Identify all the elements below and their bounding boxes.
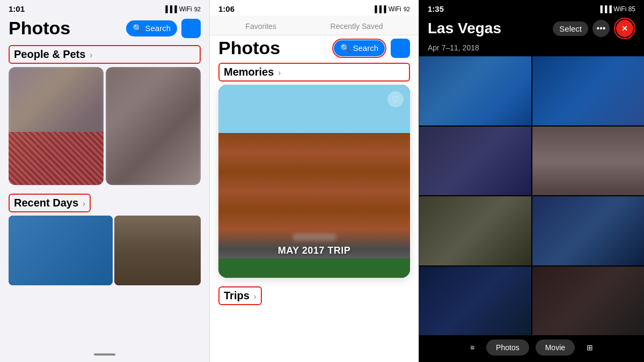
photo-8 — [532, 267, 645, 336]
close-button-box: ✕ — [614, 18, 635, 39]
trips-chevron: › — [253, 292, 256, 301]
grid-cell-6[interactable] — [532, 196, 645, 265]
grid-icon: ⊞ — [587, 343, 593, 352]
album-title: Las Vegas — [428, 20, 501, 37]
signal-icon-2: ▐▐▐ — [372, 5, 386, 13]
phone-panel-2: 1:06 ▐▐▐ WiFi 92 Favorites Recently Save… — [209, 0, 419, 362]
memory-title: MAY 2017 TRIP — [218, 245, 410, 256]
status-icons-1: ▐▐▐ WiFi 92 — [163, 5, 201, 13]
photo-4 — [532, 127, 645, 196]
photo-7 — [419, 267, 531, 336]
date-range: Apr 7–11, 2018 — [419, 43, 644, 56]
heart-button[interactable]: ♡ — [387, 91, 404, 107]
phone-panel-1: 1:01 ▐▐▐ WiFi 92 Photos 🔍 Search People … — [0, 0, 209, 362]
status-time-1: 1:01 — [9, 4, 25, 13]
photo-2 — [532, 56, 645, 125]
person-thumb-1[interactable] — [9, 67, 104, 185]
photos-title-1: Photos — [9, 18, 70, 39]
recent-thumb-blur-1 — [9, 216, 113, 285]
wifi-icon: WiFi — [179, 5, 192, 13]
wifi-icon-2: WiFi — [389, 5, 401, 13]
recent-thumb-blue[interactable] — [9, 216, 113, 285]
avatar-square-2[interactable] — [391, 39, 410, 58]
status-time-3: 1:35 — [428, 4, 444, 13]
photos-title-2: Photos — [218, 38, 280, 58]
tab-favorites[interactable]: Favorites — [241, 20, 281, 33]
grid-view-button[interactable]: ⊞ — [581, 339, 598, 356]
photos-header-2: Photos 🔍 Search — [210, 35, 419, 63]
status-icons-2: ▐▐▐ WiFi 92 — [372, 5, 410, 13]
close-icon: ✕ — [621, 24, 628, 33]
photos-header-1: Photos 🔍 Search — [0, 16, 209, 43]
grid-cell-7[interactable] — [419, 267, 531, 336]
face-blur-2 — [106, 67, 201, 185]
recent-days-box: Recent Days › — [9, 194, 91, 212]
search-button-2[interactable]: 🔍 Search — [334, 40, 385, 56]
status-icons-3: ▐▐▐ WiFi 85 — [598, 5, 635, 13]
search-icon-2: 🔍 — [340, 43, 350, 53]
photo-1 — [419, 56, 531, 125]
top-tabs: Favorites Recently Saved — [210, 16, 419, 35]
bottom-bar: ≡ Photos Movie ⊞ — [419, 335, 644, 362]
close-button[interactable]: ✕ — [616, 20, 633, 37]
more-button[interactable]: ••• — [592, 20, 610, 37]
battery-icon-2: 92 — [404, 6, 410, 12]
status-time-2: 1:06 — [218, 4, 235, 13]
memories-label[interactable]: Memories › — [219, 64, 409, 80]
signal-icon: ▐▐▐ — [163, 5, 177, 13]
recent-day-thumbnails — [9, 216, 201, 285]
status-bar-1: 1:01 ▐▐▐ WiFi 92 — [0, 0, 209, 16]
recent-thumb-blur-2 — [114, 216, 201, 285]
trips-section: Trips › — [210, 282, 419, 308]
status-bar-3: 1:35 ▐▐▐ WiFi 85 — [419, 0, 644, 16]
shirt-pattern — [9, 132, 104, 185]
search-button-1[interactable]: 🔍 Search — [126, 20, 177, 36]
memory-label-box: MAY 2017 TRIP — [218, 233, 410, 256]
select-button[interactable]: Select — [553, 21, 588, 36]
grid-cell-3[interactable] — [419, 127, 531, 196]
more-dots-icon: ••• — [597, 24, 606, 33]
photo-grid — [419, 56, 644, 335]
phone-panel-3: 1:35 ▐▐▐ WiFi 85 Las Vegas Select ••• ✕ … — [419, 0, 644, 362]
photo-5 — [419, 196, 531, 265]
photo-6 — [532, 196, 645, 265]
grid-cell-2[interactable] — [532, 56, 645, 125]
people-pets-box: People & Pets › — [9, 45, 201, 64]
photo-3 — [419, 127, 531, 196]
movie-tab-label: Movie — [545, 343, 565, 352]
photos-tab-button[interactable]: Photos — [486, 339, 529, 356]
people-pets-label[interactable]: People & Pets › — [10, 46, 97, 63]
person-thumb-2[interactable] — [106, 67, 201, 185]
memories-box: Memories › — [218, 63, 410, 82]
list-icon: ≡ — [470, 343, 474, 352]
recent-days-chevron: › — [83, 199, 85, 208]
recent-days-label[interactable]: Recent Days › — [10, 195, 90, 211]
scroll-indicator-1 — [94, 353, 115, 356]
avatar-square-1[interactable] — [181, 19, 201, 38]
photos-tab-label: Photos — [496, 343, 519, 352]
grid-cell-1[interactable] — [419, 56, 531, 125]
header-actions: Select ••• ✕ — [553, 18, 635, 39]
memories-chevron: › — [278, 68, 281, 77]
signal-icon-3: ▐▐▐ WiFi — [598, 5, 628, 13]
movie-tab-button[interactable]: Movie — [536, 339, 575, 356]
tab-recently-saved[interactable]: Recently Saved — [326, 20, 387, 33]
search-icon-1: 🔍 — [133, 24, 143, 33]
grid-cell-8[interactable] — [532, 267, 645, 336]
memory-card[interactable]: ♡ MAY 2017 TRIP — [218, 85, 410, 278]
status-bar-2: 1:06 ▐▐▐ WiFi 92 — [210, 0, 419, 16]
recent-thumb-portrait[interactable] — [114, 216, 201, 285]
recent-days-section: Recent Days › — [0, 189, 209, 285]
people-thumbnails — [9, 67, 201, 185]
search-button-box: 🔍 Search — [332, 39, 386, 58]
list-view-button[interactable]: ≡ — [465, 339, 480, 356]
las-vegas-header: Las Vegas Select ••• ✕ — [419, 16, 644, 43]
grid-cell-5[interactable] — [419, 196, 531, 265]
trips-label[interactable]: Trips › — [219, 287, 261, 304]
trips-box: Trips › — [218, 286, 262, 305]
memory-blur-strip — [293, 233, 336, 241]
people-pets-chevron: › — [90, 50, 92, 60]
grid-cell-4[interactable] — [532, 127, 645, 196]
battery-icon: 92 — [194, 6, 201, 12]
